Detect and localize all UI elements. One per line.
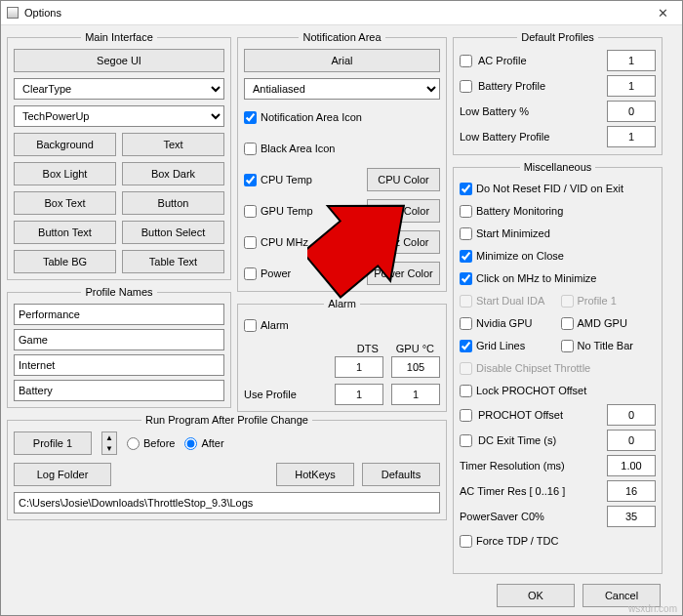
label: PROCHOT Offset [478, 409, 601, 421]
up2-field[interactable] [391, 384, 440, 405]
black-area-icon-checkbox[interactable]: Black Area Icon [244, 139, 335, 158]
cpu-temp-checkbox[interactable]: CPU Temp [244, 170, 312, 189]
main-interface-group: Main Interface Segoe UI ClearType TechPo… [7, 31, 231, 280]
use-profile-label: Use Profile [244, 389, 297, 400]
do-not-reset-fid-vid-on-exit-checkbox[interactable]: Do Not Reset FID / VID on Exit [460, 179, 656, 198]
battery-profile-checkbox[interactable] [460, 80, 472, 93]
close-icon[interactable]: ✕ [650, 4, 676, 22]
font-button[interactable]: Segoe UI [14, 49, 224, 72]
profile-stepper[interactable]: ▲▼ [101, 431, 117, 455]
ac-timer-res--value[interactable] [607, 480, 656, 502]
dc-exit-time-s--value[interactable] [607, 430, 656, 451]
button-button[interactable]: Button [122, 191, 224, 215]
notification-legend: Notification Area [299, 31, 384, 43]
mhz-color-button[interactable]: MHz Color [367, 230, 440, 254]
ok-button[interactable]: OK [497, 584, 575, 607]
amd-gpu-checkbox[interactable]: AMD GPU [561, 313, 657, 333]
cpu-mhz-checkbox[interactable]: CPU MHz [244, 232, 308, 252]
power-color-button[interactable]: Power Color [367, 262, 440, 285]
gpu-color-button[interactable]: GPU Color [367, 199, 440, 223]
gpuc-field[interactable] [391, 356, 440, 378]
battery-profile-value[interactable] [607, 75, 656, 97]
click-on-mhz-to-minimize-checkbox[interactable]: Click on MHz to Minimize [460, 268, 656, 288]
profile-names-legend: Profile Names [81, 286, 156, 298]
label: DC Exit Time (s) [478, 434, 601, 446]
notification-group: Notification Area Arial Antialiased Noti… [237, 31, 447, 292]
notif-font-button[interactable]: Arial [244, 49, 440, 72]
powersaver-c--value[interactable] [607, 506, 656, 527]
low-battery-profile-value[interactable] [607, 126, 656, 147]
options-window: Options ✕ Main Interface Segoe UI ClearT… [0, 0, 683, 616]
prochot-offset-checkbox[interactable] [460, 409, 472, 422]
label: PowerSaver C0% [460, 511, 601, 522]
brand-select[interactable]: TechPowerUp [14, 105, 224, 127]
titlebar: Options ✕ [1, 1, 682, 25]
label: Battery Profile [478, 80, 601, 92]
app-icon [7, 7, 19, 19]
profile-name-field[interactable] [14, 354, 224, 376]
button-select-button[interactable]: Button Select [122, 221, 224, 244]
label: AC Timer Res [ 0..16 ] [460, 485, 601, 497]
body: Main Interface Segoe UI ClearType TechPo… [1, 25, 682, 615]
battery-monitoring-checkbox[interactable]: Battery Monitoring [460, 201, 656, 221]
disable-chipset-throttle-checkbox[interactable]: Disable Chipset Throttle [460, 358, 656, 378]
before-radio[interactable]: Before [127, 433, 175, 453]
low-battery--value[interactable] [607, 101, 656, 122]
label: Low Battery Profile [460, 131, 601, 143]
misc-group: Miscellaneous Do Not Reset FID / VID on … [453, 161, 663, 574]
box-dark-button[interactable]: Box Dark [122, 162, 224, 185]
cpu-color-button[interactable]: CPU Color [367, 168, 440, 191]
background-button[interactable]: Background [14, 133, 116, 156]
ac-profile-value[interactable] [607, 50, 656, 71]
dts-field[interactable] [335, 356, 383, 378]
grid-lines-checkbox[interactable]: Grid Lines [460, 336, 555, 355]
ac-profile-checkbox[interactable] [460, 55, 472, 67]
render-select[interactable]: ClearType [14, 78, 224, 100]
profile--checkbox[interactable]: Profile 1 [561, 291, 657, 310]
profile-name-field[interactable] [14, 304, 224, 325]
table-text-button[interactable]: Table Text [122, 250, 224, 273]
box-light-button[interactable]: Box Light [14, 162, 116, 185]
after-radio[interactable]: After [184, 433, 223, 453]
button-text-button[interactable]: Button Text [14, 221, 116, 244]
default-profiles-group: Default Profiles AC ProfileBattery Profi… [453, 31, 663, 155]
dts-label: DTS [357, 343, 379, 354]
label: Timer Resolution (ms) [460, 460, 601, 472]
force-tdp-tdc-checkbox[interactable]: Force TDP / TDC [460, 531, 656, 551]
alarm-checkbox[interactable]: Alarm [244, 315, 440, 335]
prochot-offset-value[interactable] [607, 404, 656, 426]
power-checkbox[interactable]: Power [244, 264, 291, 283]
profile-names-group: Profile Names [7, 286, 231, 408]
dc-exit-time-s--checkbox[interactable] [460, 434, 472, 447]
alarm-group: Alarm Alarm DTS GPU °C Use Profile [237, 298, 447, 412]
misc-legend: Miscellaneous [520, 161, 596, 173]
start-minimized-checkbox[interactable]: Start Minimized [460, 224, 656, 243]
profile-select-button[interactable]: Profile 1 [14, 431, 92, 455]
lock-prochot-offset-checkbox[interactable]: Lock PROCHOT Offset [460, 381, 656, 400]
nvidia-gpu-checkbox[interactable]: Nvidia GPU [460, 313, 555, 333]
text-button[interactable]: Text [122, 133, 224, 156]
main-interface-legend: Main Interface [81, 31, 157, 43]
start-dual-ida-checkbox[interactable]: Start Dual IDA [460, 291, 555, 310]
label: Low Battery % [460, 105, 601, 117]
no-title-bar-checkbox[interactable]: No Title Bar [561, 336, 657, 355]
log-folder-button[interactable]: Log Folder [14, 463, 111, 486]
label: AC Profile [478, 55, 601, 66]
default-profiles-legend: Default Profiles [517, 31, 598, 43]
gpu-label: GPU °C [396, 343, 434, 354]
up1-field[interactable] [335, 384, 383, 405]
box-text-button[interactable]: Box Text [14, 191, 116, 215]
profile-name-field[interactable] [14, 380, 224, 401]
watermark: wsxdn.com [628, 603, 677, 614]
gpu-temp-checkbox[interactable]: GPU Temp [244, 201, 313, 221]
alarm-legend: Alarm [324, 298, 360, 309]
timer-resolution-ms--value[interactable] [607, 455, 656, 476]
notification-area-icon-checkbox[interactable]: Notification Area Icon [244, 107, 362, 127]
aa-select[interactable]: Antialiased [244, 78, 440, 100]
profile-name-field[interactable] [14, 329, 224, 350]
table-bg-button[interactable]: Table BG [14, 250, 116, 273]
window-title: Options [24, 7, 61, 19]
minimize-on-close-checkbox[interactable]: Minimize on Close [460, 246, 656, 266]
